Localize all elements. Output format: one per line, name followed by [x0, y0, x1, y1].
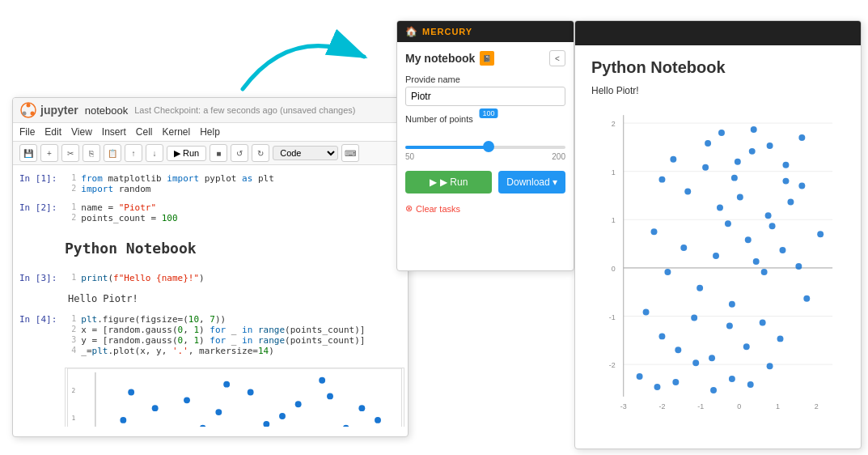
cell-output-4: 2 1 0 [61, 363, 408, 427]
restart-button[interactable]: ↺ [231, 144, 248, 162]
run-icon: ▶ [430, 176, 437, 188]
svg-text:2: 2 [815, 402, 819, 410]
download-label: Download ▾ [506, 176, 557, 188]
svg-text:1: 1 [776, 402, 780, 410]
output-panel-header [575, 21, 861, 45]
cell-output-3: Hello Piotr! [61, 290, 408, 308]
svg-point-85 [637, 373, 643, 380]
download-button[interactable]: Download ▾ [498, 171, 565, 193]
stop-button[interactable]: ■ [210, 144, 227, 162]
svg-point-56 [658, 176, 665, 183]
svg-point-69 [697, 285, 703, 291]
cut-button[interactable]: ✂ [61, 144, 79, 162]
svg-point-4 [31, 112, 35, 116]
svg-point-94 [737, 194, 743, 201]
jupyter-cell-area: In [1]: 1from matplotlib import pyplot a… [13, 165, 408, 427]
menu-cell[interactable]: Cell [136, 125, 153, 139]
cell-label-4: In [4]: [13, 313, 63, 358]
slider-container: 100 [405, 126, 565, 149]
run-button[interactable]: ▶ Run [167, 146, 206, 161]
svg-point-86 [654, 384, 661, 390]
slider-max-label: 200 [552, 152, 565, 161]
menu-edit[interactable]: Edit [44, 125, 61, 139]
svg-text:-1: -1 [609, 313, 616, 321]
svg-text:-2: -2 [609, 361, 616, 369]
cell-content-1[interactable]: 1from matplotlib import pyplot as plt 2i… [63, 172, 408, 196]
run-icon: ▶ [174, 148, 180, 159]
svg-point-68 [680, 245, 687, 251]
arrow-graphic [227, 8, 388, 105]
cell-content-2[interactable]: 1name = "Piotr" 2points_count = 100 [63, 201, 408, 225]
menu-help[interactable]: Help [200, 125, 220, 139]
save-button[interactable]: 💾 [19, 144, 37, 162]
table-row: 2 1 0 [13, 363, 408, 427]
jupyter-menu-bar: File Edit View Insert Cell Kernel Help [13, 123, 408, 142]
run-button[interactable]: ▶ ▶ Run [405, 171, 492, 193]
svg-point-19 [279, 413, 286, 419]
restart-run-button[interactable]: ↻ [252, 144, 269, 162]
menu-view[interactable]: View [71, 125, 92, 139]
jupyter-logo: jupyter [19, 101, 78, 119]
svg-point-24 [358, 405, 365, 411]
clear-tasks-icon: ⊗ [405, 203, 413, 214]
notebook-heading: Python Notebook [65, 236, 404, 260]
svg-point-28 [223, 381, 230, 388]
svg-point-97 [787, 198, 794, 205]
clear-tasks-button[interactable]: ⊗ Clear tasks [405, 203, 565, 214]
action-buttons-row: ▶ ▶ Run Download ▾ [405, 171, 565, 193]
svg-point-30 [319, 377, 325, 384]
jupyter-notebook-panel: jupyter notebook Last Checkpoint: a few … [12, 97, 409, 437]
jupyter-notebook-name: notebook [85, 104, 129, 117]
cell-content-4[interactable]: 1plt.figure(figsize=(10, 7)) 2x = [rando… [63, 313, 408, 358]
svg-point-95 [753, 258, 760, 265]
svg-point-72 [745, 236, 752, 243]
jupyter-topbar: jupyter notebook Last Checkpoint: a few … [13, 98, 408, 123]
svg-point-59 [705, 140, 711, 147]
svg-rect-35 [591, 107, 845, 413]
add-cell-button[interactable]: + [40, 144, 58, 162]
svg-point-74 [780, 247, 786, 253]
copy-button[interactable]: ⎘ [83, 144, 100, 162]
paste-button[interactable]: 📋 [104, 144, 121, 162]
collapse-button[interactable]: < [549, 50, 565, 66]
svg-point-76 [643, 309, 650, 316]
svg-point-63 [765, 212, 772, 219]
svg-point-15 [215, 409, 222, 415]
move-down-button[interactable]: ↓ [146, 144, 163, 162]
name-field-input[interactable] [405, 87, 565, 106]
svg-point-84 [777, 335, 784, 342]
svg-text:-2: -2 [658, 402, 665, 410]
svg-point-81 [726, 323, 733, 330]
svg-point-96 [769, 223, 776, 229]
svg-text:0: 0 [737, 402, 741, 410]
cell-type-select[interactable]: Code Markdown [273, 146, 338, 160]
keyboard-button[interactable]: ⌨ [341, 144, 359, 162]
svg-point-79 [691, 315, 697, 321]
svg-point-101 [718, 130, 725, 136]
slider-thumb[interactable] [483, 141, 494, 152]
jupyter-wordmark: jupyter [40, 104, 78, 117]
move-up-button[interactable]: ↑ [125, 144, 142, 162]
cell-content-3[interactable]: 1print(f"Hello {name}!") [63, 271, 408, 285]
run-label: Run [183, 148, 199, 158]
cell-label-3: In [3]: [13, 271, 63, 285]
svg-point-60 [717, 204, 723, 210]
menu-insert[interactable]: Insert [102, 125, 126, 139]
slider-fill [405, 146, 489, 149]
menu-kernel[interactable]: Kernel [163, 125, 191, 139]
menu-file[interactable]: File [19, 125, 35, 139]
slider-range-labels: 50 200 [405, 152, 565, 161]
cell-label-1: In [1]: [13, 172, 63, 196]
output-title: Python Notebook [591, 58, 845, 77]
svg-point-80 [709, 355, 715, 361]
svg-text:2: 2 [612, 120, 616, 128]
output-scatter-chart: 2 1 1 0 -1 -2 -3 -2 -1 0 1 2 [591, 106, 845, 414]
svg-text:2: 2 [71, 387, 75, 394]
svg-point-92 [767, 363, 773, 369]
svg-point-87 [672, 379, 679, 385]
svg-point-89 [710, 387, 717, 393]
cell-label-3-out [13, 290, 61, 308]
svg-text:1: 1 [71, 415, 75, 422]
notebook-icon: 📓 [480, 51, 494, 66]
svg-point-106 [798, 134, 805, 141]
